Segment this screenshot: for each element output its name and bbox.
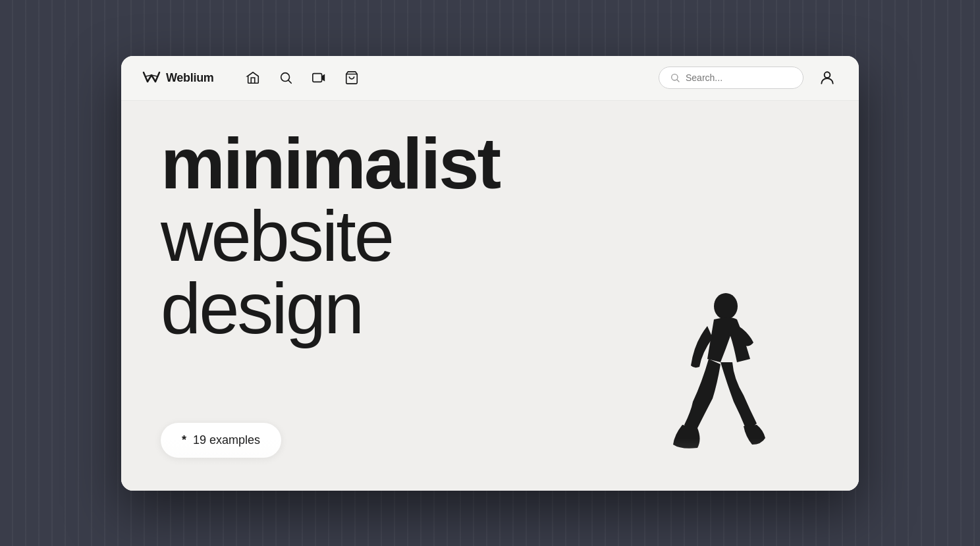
hero-text: minimalist website design xyxy=(161,127,499,344)
svg-point-5 xyxy=(714,293,738,319)
search-input[interactable] xyxy=(686,72,792,83)
svg-point-4 xyxy=(825,72,830,78)
navbar: Weblium xyxy=(121,56,859,101)
badge-asterisk: * xyxy=(182,433,186,447)
search-icon xyxy=(670,72,680,83)
badge-text: 19 examples xyxy=(193,433,260,447)
weblium-logo-icon xyxy=(142,71,161,84)
search-nav-icon[interactable] xyxy=(279,70,293,85)
nav-icons xyxy=(246,70,659,85)
svg-rect-1 xyxy=(312,74,321,82)
person-figure xyxy=(655,287,780,471)
examples-badge[interactable]: * 19 examples xyxy=(161,423,281,458)
video-icon[interactable] xyxy=(312,70,326,85)
shopping-bag-icon[interactable] xyxy=(344,70,359,85)
hero-title: minimalist website design xyxy=(161,127,499,344)
browser-window: Weblium xyxy=(121,56,859,491)
search-bar[interactable] xyxy=(659,67,803,89)
logo[interactable]: Weblium xyxy=(142,71,214,85)
home-icon[interactable] xyxy=(246,70,260,85)
user-icon[interactable] xyxy=(817,67,838,88)
hero-title-line3: design xyxy=(161,267,362,348)
hero-title-line2: website xyxy=(161,195,393,276)
hero-section: minimalist website design * xyxy=(121,101,859,491)
logo-text: Weblium xyxy=(166,71,214,85)
hero-title-bold: minimalist xyxy=(161,123,499,204)
